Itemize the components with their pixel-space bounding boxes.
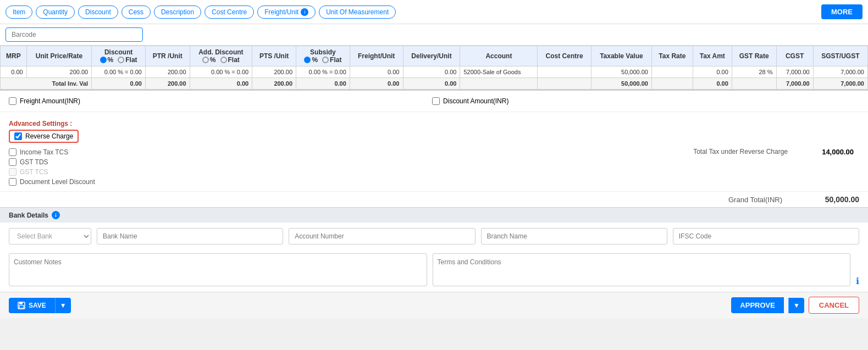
discount-amount-checkbox[interactable]	[432, 97, 440, 105]
income-tax-tcs-checkbox[interactable]	[9, 148, 16, 156]
discount-amount-label: Discount Amount(INR)	[443, 97, 508, 105]
freight-amount-label: Freight Amount(INR)	[20, 97, 80, 105]
cancel-button[interactable]: CANCEL	[809, 297, 859, 314]
th-tax-rate: Tax Rate	[651, 46, 693, 66]
bank-fields-row: Select Bank	[0, 223, 868, 250]
bank-details-label: Bank Details	[9, 212, 48, 219]
advanced-settings-label: Advanced Settings :	[9, 116, 426, 130]
total-add-discount: 0.00	[190, 78, 252, 90]
cell-freight-unit: 0.00	[350, 66, 403, 78]
footer-bar: SAVE ▼ APPROVE ▼ CANCEL	[0, 292, 868, 318]
tag-cost-centre[interactable]: Cost Centre	[204, 5, 254, 19]
th-discount: Discount % Flat	[92, 46, 146, 66]
cell-cost-centre	[538, 66, 591, 78]
grand-total-row: Grand Total(INR) 50,000.00	[0, 192, 868, 207]
reverse-charge-box: Reverse Charge	[9, 130, 79, 143]
tag-cess[interactable]: Cess	[121, 5, 151, 19]
bank-name-input[interactable]	[97, 228, 283, 245]
branch-name-input[interactable]	[481, 228, 667, 245]
items-table: MRP Unit Price/Rate Discount % Flat PTR …	[0, 46, 868, 90]
th-cost-centre: Cost Centre	[538, 46, 591, 66]
freight-amount-checkbox-label[interactable]: Freight Amount(INR)	[9, 97, 80, 105]
th-ptr-unit: PTR /Unit	[145, 46, 190, 66]
total-tax-amt: 0.00	[693, 78, 732, 90]
tag-quantity[interactable]: Quantity	[36, 5, 75, 19]
barcode-input[interactable]	[5, 27, 143, 42]
more-button[interactable]: MORE	[821, 4, 863, 19]
th-delivery-unit: Delivery/Unit	[403, 46, 460, 66]
cell-subsidy: 0.00 % = 0.00	[296, 66, 350, 78]
reverse-charge-checkbox[interactable]	[14, 132, 22, 140]
bank-details-section-header: Bank Details i	[0, 207, 868, 223]
tag-freight-unit[interactable]: Freight/Unit i	[257, 5, 316, 19]
settings-list: Income Tax TCS GST TDS GST TCS Document …	[9, 147, 426, 187]
tag-description[interactable]: Description	[154, 5, 201, 19]
total-taxable: 50,000.00	[591, 78, 651, 90]
th-tax-amt: Tax Amt	[693, 46, 732, 66]
cell-cgst: 7,000.00	[776, 66, 813, 78]
total-sgst-ugst: 7,000.00	[813, 78, 867, 90]
total-subsidy: 0.00	[296, 78, 350, 90]
cell-gst-rate: 28 %	[732, 66, 776, 78]
account-number-input[interactable]	[289, 228, 475, 245]
tag-unit-of-measurement[interactable]: Unit Of Measurement	[319, 5, 396, 19]
total-gst-rate	[732, 78, 776, 90]
th-freight-unit: Freight/Unit	[350, 46, 403, 66]
total-account	[460, 78, 538, 90]
cell-sgst-ugst: 7,000.00	[813, 66, 867, 78]
ifsc-code-input[interactable]	[673, 228, 859, 245]
income-tax-tcs-item[interactable]: Income Tax TCS	[9, 148, 426, 156]
gst-tds-label: GST TDS	[20, 158, 48, 166]
cell-tax-amt: 0.00	[693, 66, 732, 78]
th-gst-rate: GST Rate	[732, 46, 776, 66]
gst-tcs-checkbox	[9, 168, 16, 176]
th-add-discount: Add. Discount % Flat	[190, 46, 252, 66]
total-row: Total Inv. Val 0.00 200.00 0.00 200.00 0…	[1, 78, 868, 90]
terms-conditions-textarea[interactable]	[433, 253, 851, 286]
th-taxable-value: Taxable Value	[591, 46, 651, 66]
approve-dropdown-button[interactable]: ▼	[788, 298, 804, 313]
cell-ptr-unit: 200.00	[145, 66, 190, 78]
tag-item[interactable]: Item	[5, 5, 32, 19]
grand-total-value: 50,000.00	[793, 195, 859, 204]
freight-discount-row: Freight Amount(INR) Discount Amount(INR)	[9, 94, 859, 108]
cell-tax-rate	[651, 66, 693, 78]
total-tax-reverse-charge-label: Total Tax under Reverse Charge	[693, 148, 788, 155]
cell-account: 52000-Sale of Goods	[460, 66, 538, 78]
table-row: 0.00 200.00 0.00 % = 0.00 200.00 0.00 % …	[1, 66, 868, 78]
reverse-charge-label: Reverse Charge	[25, 132, 73, 140]
customer-notes-textarea[interactable]	[9, 253, 427, 286]
cell-delivery-unit: 0.00	[403, 66, 460, 78]
reverse-charge-total-line: Total Tax under Reverse Charge 14,000.00	[693, 148, 854, 156]
th-mrp: MRP	[1, 46, 27, 66]
th-cgst: CGST	[776, 46, 813, 66]
notes-row: ℹ	[0, 250, 868, 292]
th-unit-price-rate: Unit Price/Rate	[26, 46, 91, 66]
totals-section: Total Tax under Reverse Charge 14,000.00	[437, 116, 860, 187]
cell-mrp: 0.00	[1, 66, 27, 78]
th-sgst-ugst: SGST/UGST	[813, 46, 867, 66]
tag-discount[interactable]: Discount	[78, 5, 118, 19]
total-ptr: 200.00	[145, 78, 190, 90]
document-level-discount-checkbox[interactable]	[9, 178, 16, 186]
total-tax-rate	[651, 78, 693, 90]
svg-rect-2	[19, 305, 24, 308]
gst-tcs-label: GST TCS	[20, 168, 48, 176]
table-container: MRP Unit Price/Rate Discount % Flat PTR …	[0, 46, 868, 91]
notes-info-icon: ℹ	[856, 276, 859, 286]
gst-tds-item[interactable]: GST TDS	[9, 158, 426, 166]
total-cost-centre	[538, 78, 591, 90]
gst-tds-checkbox[interactable]	[9, 158, 16, 166]
th-pts-unit: PTS /Unit	[252, 46, 296, 66]
approve-button[interactable]: APPROVE	[731, 297, 784, 313]
right-buttons: APPROVE ▼ CANCEL	[731, 297, 859, 314]
tag-bar: Item Quantity Discount Cess Description …	[0, 0, 868, 24]
total-cgst: 7,000.00	[776, 78, 813, 90]
save-dropdown-button[interactable]: ▼	[55, 298, 71, 313]
discount-amount-checkbox-label[interactable]: Discount Amount(INR)	[432, 97, 508, 105]
cell-add-discount: 0.00 % = 0.00	[190, 66, 252, 78]
save-button[interactable]: SAVE	[9, 298, 55, 313]
bank-select[interactable]: Select Bank	[9, 228, 91, 245]
freight-amount-checkbox[interactable]	[9, 97, 16, 105]
document-level-discount-item[interactable]: Document Level Discount	[9, 178, 426, 186]
